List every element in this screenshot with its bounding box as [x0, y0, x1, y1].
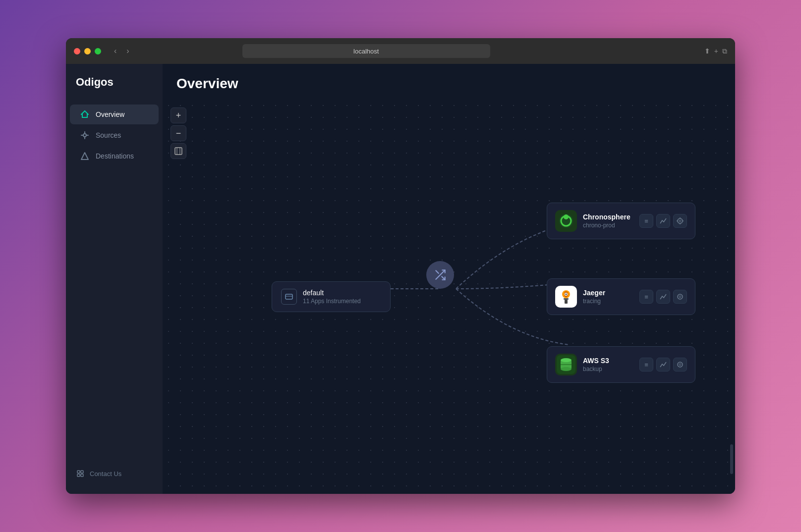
overview-icon — [80, 109, 90, 119]
shuffle-node[interactable] — [426, 261, 454, 289]
awss3-sub: backup — [583, 366, 633, 372]
jaeger-name: Jaeger — [583, 289, 633, 297]
svg-point-32 — [679, 296, 681, 298]
dest-card-awss3: AWS S3 backup ≡ — [547, 346, 695, 383]
sidebar-item-sources[interactable]: Sources — [70, 125, 159, 145]
dest-card-jaeger: Jaeger tracing ≡ — [547, 278, 695, 315]
browser-chrome: ‹ › localhost ⬆ + ⧉ — [66, 38, 735, 64]
dest-node-jaeger[interactable]: Jaeger tracing ≡ — [547, 278, 695, 315]
slack-icon — [76, 469, 85, 478]
zoom-controls: + − — [171, 107, 186, 159]
awss3-chart-btn[interactable] — [656, 358, 670, 372]
awss3-share-btn[interactable] — [673, 358, 687, 372]
scrollbar[interactable] — [730, 444, 733, 474]
jaeger-share-btn[interactable] — [673, 290, 687, 304]
shuffle-icon — [434, 268, 447, 281]
awss3-logo — [555, 354, 577, 375]
canvas-area[interactable]: + − — [163, 100, 735, 494]
contact-us-label: Contact Us — [90, 470, 121, 478]
jaeger-list-btn[interactable]: ≡ — [639, 290, 653, 304]
share-icon[interactable]: ⬆ — [704, 47, 710, 55]
chronosphere-sub: chrono-prod — [583, 222, 633, 229]
awss3-actions: ≡ — [639, 358, 687, 372]
browser-actions: ⬆ + ⧉ — [704, 47, 727, 55]
browser-window: ‹ › localhost ⬆ + ⧉ Odigos — [66, 38, 735, 494]
chronosphere-list-btn[interactable]: ≡ — [639, 214, 653, 228]
new-tab-icon[interactable]: + — [714, 47, 718, 55]
svg-point-39 — [678, 362, 683, 367]
sidebar-bottom: Contact Us — [66, 461, 163, 486]
tabs-icon[interactable]: ⧉ — [722, 47, 727, 55]
app-logo: Odigos — [66, 76, 163, 105]
chronosphere-actions: ≡ — [639, 214, 687, 228]
source-node-icon — [281, 289, 297, 305]
svg-rect-13 — [286, 294, 292, 299]
awss3-name: AWS S3 — [583, 357, 633, 365]
svg-rect-9 — [81, 474, 83, 477]
dest-card-chronosphere: Chronosphere chrono-prod ≡ — [547, 203, 695, 239]
source-node-name: default — [303, 289, 361, 297]
svg-rect-6 — [77, 471, 80, 473]
forward-button[interactable]: › — [123, 46, 132, 56]
svg-point-40 — [679, 364, 681, 366]
source-node[interactable]: default 11 Apps Instrumented — [272, 281, 391, 312]
sidebar-item-overview[interactable]: Overview — [70, 105, 159, 124]
svg-marker-5 — [81, 153, 88, 160]
jaeger-chart-btn[interactable] — [656, 290, 670, 304]
awss3-info: AWS S3 backup — [583, 357, 633, 372]
traffic-lights — [74, 48, 101, 54]
address-bar[interactable]: localhost — [242, 44, 490, 58]
zoom-in-button[interactable]: + — [171, 107, 186, 123]
svg-rect-10 — [175, 148, 182, 155]
address-text: localhost — [353, 48, 379, 55]
svg-point-36 — [561, 367, 572, 371]
fit-button[interactable] — [171, 143, 186, 159]
page-header: Overview — [163, 64, 735, 100]
sidebar-overview-label: Overview — [96, 110, 124, 118]
chronosphere-info: Chronosphere chrono-prod — [583, 213, 633, 229]
main-content: Overview + − — [163, 64, 735, 494]
zoom-out-button[interactable]: − — [171, 125, 186, 141]
jaeger-logo — [555, 286, 577, 308]
sidebar: Odigos Overview — [66, 64, 163, 494]
svg-point-28 — [566, 294, 567, 295]
svg-rect-7 — [81, 471, 83, 473]
chronosphere-logo — [555, 210, 577, 232]
dest-node-awss3[interactable]: AWS S3 backup ≡ — [547, 346, 695, 383]
svg-rect-8 — [77, 474, 80, 477]
close-button[interactable] — [74, 48, 80, 54]
minimize-button[interactable] — [84, 48, 91, 54]
destinations-icon — [80, 151, 90, 161]
contact-us-link[interactable]: Contact Us — [76, 469, 153, 478]
dest-node-chronosphere[interactable]: Chronosphere chrono-prod ≡ — [547, 203, 695, 239]
chronosphere-chart-btn[interactable] — [656, 214, 670, 228]
svg-rect-29 — [564, 298, 569, 300]
sidebar-destinations-label: Destinations — [96, 152, 134, 160]
source-node-info: default 11 Apps Instrumented — [303, 289, 361, 305]
svg-point-35 — [561, 358, 572, 362]
svg-point-18 — [678, 218, 683, 223]
page-title: Overview — [176, 76, 721, 92]
svg-point-19 — [679, 220, 681, 222]
sources-icon — [80, 130, 90, 140]
chronosphere-share-btn[interactable] — [673, 214, 687, 228]
sidebar-item-destinations[interactable]: Destinations — [70, 146, 159, 166]
jaeger-actions: ≡ — [639, 290, 687, 304]
svg-point-31 — [678, 294, 683, 299]
maximize-button[interactable] — [95, 48, 101, 54]
browser-controls: ‹ › — [111, 46, 132, 56]
chronosphere-name: Chronosphere — [583, 213, 633, 221]
source-card: default 11 Apps Instrumented — [272, 281, 391, 312]
jaeger-sub: tracing — [583, 298, 633, 305]
svg-rect-30 — [565, 300, 568, 304]
sidebar-nav: Overview Sources — [66, 105, 163, 461]
back-button[interactable]: ‹ — [111, 46, 119, 56]
awss3-list-btn[interactable]: ≡ — [639, 358, 653, 372]
app-container: Odigos Overview — [66, 64, 735, 494]
svg-point-17 — [564, 214, 569, 219]
jaeger-info: Jaeger tracing — [583, 289, 633, 305]
source-node-sub: 11 Apps Instrumented — [303, 298, 361, 305]
sidebar-sources-label: Sources — [96, 131, 121, 139]
